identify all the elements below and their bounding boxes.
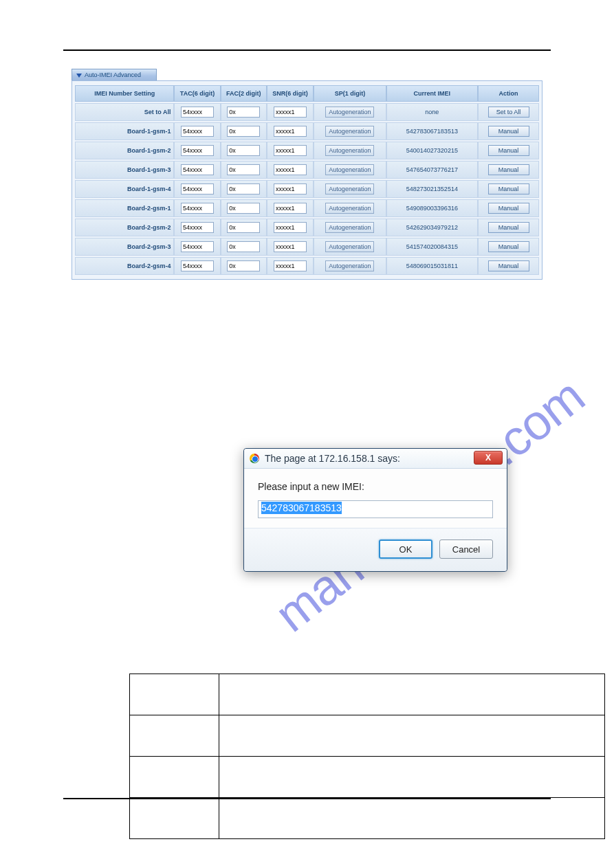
chrome-icon	[250, 454, 259, 463]
fac-cell	[221, 257, 267, 275]
manual-button[interactable]: Manual	[488, 183, 529, 194]
action-cell: Manual	[478, 161, 539, 179]
row-label: Board-1-gsm-2	[75, 142, 174, 159]
desc-row	[130, 674, 605, 715]
prompt-body: Please input a new IMEI: 542783067183513	[244, 469, 507, 528]
snr-input[interactable]	[274, 222, 307, 233]
table-row: Board-1-gsm-2Autogeneration5400140273202…	[75, 142, 539, 159]
hdr-snr: SNR(6 digit)	[267, 85, 314, 102]
tac-input[interactable]	[181, 203, 214, 214]
autogeneration-button[interactable]: Autogeneration	[325, 203, 374, 214]
desc-cell	[219, 674, 605, 715]
tac-input[interactable]	[181, 222, 214, 233]
snr-input[interactable]	[274, 260, 307, 271]
hdr-fac: FAC(2 digit)	[221, 85, 267, 102]
snr-input[interactable]	[274, 145, 307, 156]
fac-input[interactable]	[227, 241, 260, 252]
autogeneration-button[interactable]: Autogeneration	[325, 164, 374, 175]
hdr-tac: TAC(6 digit)	[174, 85, 220, 102]
auto-imei-tab[interactable]: Auto-IMEI Advanced	[72, 69, 157, 80]
set-to-all-button[interactable]: Set to All	[488, 107, 529, 118]
tac-input[interactable]	[181, 164, 214, 175]
hdr-current: Current IMEI	[386, 85, 478, 102]
fac-input[interactable]	[227, 126, 260, 137]
snr-input[interactable]	[274, 241, 307, 252]
snr-cell	[267, 219, 314, 236]
snr-cell	[267, 199, 314, 217]
sp-cell: Autogeneration	[314, 238, 386, 256]
prompt-close-button[interactable]: X	[474, 451, 503, 465]
snr-cell	[267, 180, 314, 198]
action-cell: Set to All	[478, 103, 539, 121]
manual-button[interactable]: Manual	[488, 203, 529, 214]
snr-input[interactable]	[274, 183, 307, 194]
row-label: Board-1-gsm-4	[75, 180, 174, 198]
manual-button[interactable]: Manual	[488, 222, 529, 233]
fac-input[interactable]	[227, 164, 260, 175]
manual-button[interactable]: Manual	[488, 145, 529, 156]
row-label: Set to All	[75, 103, 174, 121]
row-label: Board-1-gsm-1	[75, 122, 174, 140]
autogeneration-button[interactable]: Autogeneration	[325, 126, 374, 137]
fac-input[interactable]	[227, 183, 260, 194]
fac-input[interactable]	[227, 260, 260, 271]
tac-cell	[174, 238, 220, 256]
prompt-input[interactable]: 542783067183513	[258, 500, 493, 518]
sp-cell: Autogeneration	[314, 199, 386, 217]
fac-cell	[221, 199, 267, 217]
manual-button[interactable]: Manual	[488, 241, 529, 252]
fac-cell	[221, 161, 267, 179]
fac-input[interactable]	[227, 203, 260, 214]
snr-input[interactable]	[274, 203, 307, 214]
manual-button[interactable]: Manual	[488, 260, 529, 271]
prompt-title: The page at 172.16.158.1 says:	[265, 453, 400, 464]
row-label: Board-2-gsm-2	[75, 219, 174, 236]
action-cell: Manual	[478, 257, 539, 275]
autogeneration-button[interactable]: Autogeneration	[325, 145, 374, 156]
autogeneration-button[interactable]: Autogeneration	[325, 241, 374, 252]
prompt-ok-button[interactable]: OK	[379, 539, 432, 559]
table-row: Board-2-gsm-4Autogeneration5480690150318…	[75, 257, 539, 275]
current-imei: 549089003396316	[386, 199, 478, 217]
autogeneration-button[interactable]: Autogeneration	[325, 260, 374, 271]
document-page: Auto-IMEI Advanced IMEI Number Setting T…	[63, 49, 551, 799]
tac-cell	[174, 161, 220, 179]
auto-imei-panel: Auto-IMEI Advanced IMEI Number Setting T…	[72, 67, 542, 280]
fac-cell	[221, 122, 267, 140]
tac-cell	[174, 199, 220, 217]
prompt-cancel-button[interactable]: Cancel	[439, 539, 493, 559]
manual-button[interactable]: Manual	[488, 126, 529, 137]
prompt-dialog: The page at 172.16.158.1 says: X Please …	[243, 448, 507, 572]
tac-input[interactable]	[181, 107, 214, 118]
description-table	[129, 674, 605, 839]
action-cell: Manual	[478, 180, 539, 198]
fac-input[interactable]	[227, 222, 260, 233]
snr-input[interactable]	[274, 126, 307, 137]
prompt-input-value: 542783067183513	[261, 502, 342, 514]
tac-input[interactable]	[181, 183, 214, 194]
tac-cell	[174, 122, 220, 140]
current-imei: 542629034979212	[386, 219, 478, 236]
fac-input[interactable]	[227, 145, 260, 156]
manual-button[interactable]: Manual	[488, 164, 529, 175]
autogeneration-button[interactable]: Autogeneration	[325, 107, 374, 118]
snr-input[interactable]	[274, 107, 307, 118]
current-imei: none	[386, 103, 478, 121]
autogeneration-button[interactable]: Autogeneration	[325, 183, 374, 194]
hdr-action: Action	[478, 85, 539, 102]
tac-input[interactable]	[181, 145, 214, 156]
current-imei: 548273021352514	[386, 180, 478, 198]
tac-input[interactable]	[181, 126, 214, 137]
desc-cell	[219, 798, 605, 839]
autogeneration-button[interactable]: Autogeneration	[325, 222, 374, 233]
desc-cell	[130, 798, 219, 839]
snr-cell	[267, 103, 314, 121]
hdr-setting: IMEI Number Setting	[75, 85, 174, 102]
tac-input[interactable]	[181, 241, 214, 252]
tac-input[interactable]	[181, 260, 214, 271]
prompt-button-row: OK Cancel	[244, 528, 507, 571]
snr-input[interactable]	[274, 164, 307, 175]
fac-input[interactable]	[227, 107, 260, 118]
snr-cell	[267, 142, 314, 159]
tac-cell	[174, 103, 220, 121]
